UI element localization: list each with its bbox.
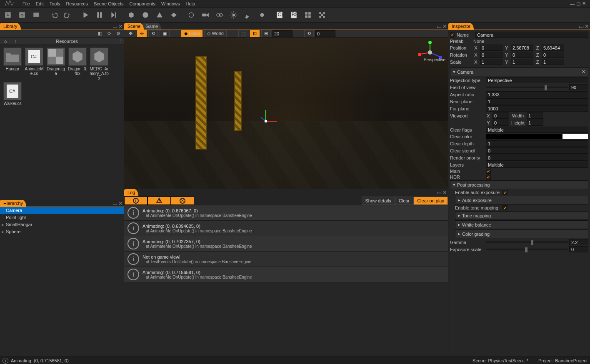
log-filter-warning[interactable]: ! (148, 197, 171, 205)
library-refresh-icon[interactable]: ⟳ (105, 30, 113, 37)
create-sphere-button[interactable] (139, 9, 152, 21)
snap-pivot-icon[interactable]: ⊡ (250, 30, 260, 37)
log-filter-info[interactable]: i (124, 197, 148, 205)
minimize-icon[interactable]: — (570, 1, 575, 6)
autoexp-checkbox[interactable] (502, 190, 508, 195)
tab-game[interactable]: Game (142, 23, 161, 30)
pause-button[interactable] (93, 9, 106, 21)
asset-item[interactable]: C#Walker.cs (2, 82, 22, 106)
move-tool-icon[interactable]: ✢ (137, 30, 147, 37)
clearflags-dropdown[interactable]: Multiple (486, 127, 588, 133)
priority-field[interactable] (486, 155, 588, 161)
create-cone-button[interactable] (153, 9, 166, 21)
asset-item[interactable]: Dragon_0.fbx (68, 47, 88, 80)
menu-file[interactable]: File (22, 1, 30, 6)
scale-z[interactable] (542, 59, 564, 65)
hand-tool-icon[interactable]: ✥ (126, 30, 135, 37)
main-checkbox[interactable] (486, 169, 491, 174)
log-filter-error[interactable] (171, 197, 194, 205)
layers-dropdown[interactable]: Multiple (486, 162, 588, 168)
close-icon[interactable]: ✕ (581, 1, 587, 6)
bsl-script-button[interactable]: BSL (288, 9, 300, 21)
menu-tools[interactable]: Tools (50, 1, 60, 6)
tree-item[interactable]: Point light (0, 214, 124, 221)
step-button[interactable] (108, 9, 120, 21)
library-grip-icon[interactable]: ⋮⋮ (115, 38, 122, 45)
far-field[interactable] (486, 105, 588, 112)
create-camera-button[interactable] (199, 9, 212, 21)
library-settings-icon[interactable]: ⚙ (115, 30, 122, 37)
axis-widget[interactable] (415, 41, 445, 66)
redo-button[interactable] (62, 9, 74, 21)
tab-log[interactable]: Log (124, 189, 138, 196)
panel-close-icon[interactable]: ✕ (118, 23, 123, 30)
white-balance-foldout[interactable]: ▸White balance (455, 220, 588, 229)
asset-item[interactable]: MERC_Armory_A.fbx (89, 47, 109, 80)
panel-close-icon[interactable]: ✕ (442, 189, 447, 196)
log-entry[interactable]: iAnimating: (0, 0.6894625, 0)at AnimateM… (124, 221, 448, 236)
fov-field[interactable] (569, 84, 588, 90)
save-project-button[interactable] (30, 9, 42, 21)
clear-button[interactable]: Clear (395, 197, 413, 205)
scale-y[interactable] (511, 59, 533, 65)
asset-item[interactable]: C#AnimateMe.cs (24, 47, 44, 80)
panel-close-icon[interactable]: ✕ (585, 23, 589, 30)
gamma-slider[interactable] (486, 242, 568, 243)
menu-scene-objects[interactable]: Scene Objects (94, 1, 124, 6)
color-grading-foldout[interactable]: ▸Color grading (455, 229, 588, 238)
object-enabled-checkbox[interactable] (450, 32, 455, 37)
tab-hierarchy[interactable]: Hierarchy (0, 200, 26, 207)
log-entry[interactable]: iAnimating: (0, 0.7156581, 0)at AnimateM… (124, 267, 448, 282)
hdr-checkbox[interactable] (486, 175, 491, 180)
menu-windows[interactable]: Windows (161, 1, 180, 6)
panel-dock-icon[interactable]: ▭ (112, 200, 118, 207)
rotation-y[interactable] (511, 52, 533, 58)
panel-dock-icon[interactable]: ▭ (437, 23, 442, 30)
menu-help[interactable]: Help (186, 1, 195, 6)
gamma-field[interactable] (569, 239, 588, 245)
tab-scene[interactable]: Scene (124, 23, 144, 30)
save-scene-button[interactable] (2, 9, 14, 21)
grid-toggle-button[interactable] (302, 9, 314, 21)
checker-toggle-button[interactable] (316, 9, 328, 21)
space-local-button[interactable]: ◆ Local (181, 30, 202, 37)
panel-dock-icon[interactable]: ▭ (112, 23, 118, 30)
near-field[interactable] (486, 98, 588, 105)
transform-gizmo[interactable] (254, 110, 279, 135)
clear-on-play-button[interactable]: Clear on play (413, 197, 448, 205)
tree-item[interactable]: Camera (0, 207, 124, 214)
rotation-z[interactable] (542, 52, 564, 58)
position-z[interactable] (542, 45, 564, 51)
clearcolor-swatch[interactable] (486, 134, 588, 140)
viewport-y[interactable] (492, 120, 509, 126)
tree-item[interactable]: ▸Sphere (0, 228, 124, 235)
panel-dock-icon[interactable]: ▭ (437, 189, 442, 196)
create-cube-button[interactable] (125, 9, 138, 21)
tab-inspector[interactable]: Inspector (448, 23, 474, 30)
position-x[interactable] (480, 45, 502, 51)
aspect-field[interactable] (486, 91, 588, 97)
up-icon[interactable]: ↑ (12, 38, 19, 45)
csharp-script-button[interactable]: C# (273, 9, 286, 21)
snap-move-icon[interactable]: ⬚ (238, 30, 248, 37)
scale-tool-icon[interactable]: ▣ (160, 30, 170, 37)
projection-dropdown[interactable]: Perspective (486, 77, 588, 83)
post-processing-foldout[interactable]: ▾Post processing (450, 180, 588, 189)
chevron-right-icon[interactable]: ▸ (2, 229, 4, 234)
create-quad-button[interactable] (168, 9, 180, 21)
scene-viewport[interactable]: Perspective (124, 37, 448, 189)
asset-item[interactable]: Hangar (2, 47, 22, 80)
remove-component-icon[interactable]: ✕ (582, 69, 585, 75)
tonemap-checkbox[interactable] (502, 205, 508, 210)
panel-dock-icon[interactable]: ▭ (579, 23, 584, 30)
brush-button[interactable] (242, 9, 254, 21)
snap-rotate-field[interactable] (315, 30, 335, 37)
panel-close-icon[interactable]: ✕ (118, 200, 123, 207)
toggle-visibility-button[interactable] (213, 9, 226, 21)
fov-slider[interactable] (486, 87, 568, 88)
home-icon[interactable]: ⌂ (2, 38, 9, 45)
open-scene-button[interactable] (16, 9, 28, 21)
viewport-h[interactable] (527, 120, 543, 126)
tab-library[interactable]: Library (0, 23, 21, 30)
cleardepth-field[interactable] (486, 140, 588, 147)
